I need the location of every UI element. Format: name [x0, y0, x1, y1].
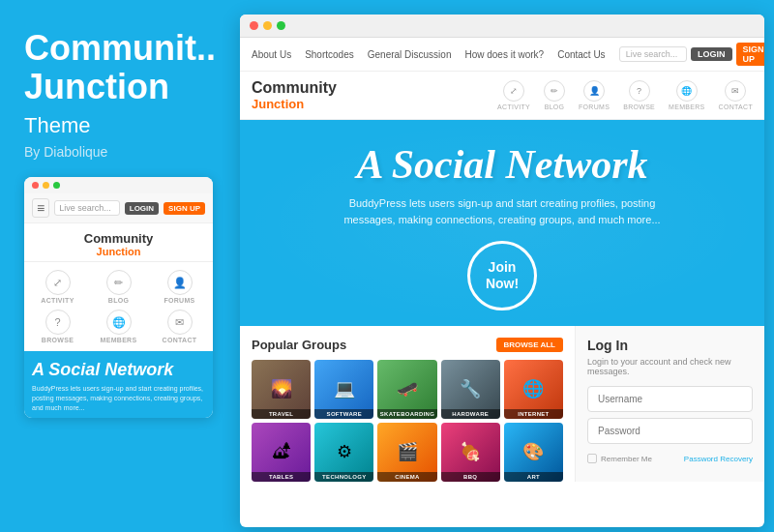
- join-now-text: JoinNow!: [486, 259, 519, 292]
- group-thumb-technology[interactable]: ⚙ TECHNOLOGY: [314, 423, 373, 482]
- login-title: Log In: [587, 338, 753, 353]
- mobile-top-bar: [24, 177, 213, 193]
- group-thumb-travel[interactable]: 🌄 TRAVEL: [252, 360, 311, 419]
- group-thumb-skateboarding[interactable]: 🛹 SKATEBOARDING: [377, 360, 436, 419]
- mobile-icon-label: ACTIVITY: [41, 297, 74, 304]
- header-icon-label: ACTIVITY: [497, 103, 530, 110]
- nav-general[interactable]: General Discussion: [368, 49, 452, 60]
- group-thumb-bbq[interactable]: 🍖 BBQ: [441, 423, 500, 482]
- group-thumb-internet[interactable]: 🌐 INTERNET: [504, 360, 563, 419]
- hero-section: A Social Network BuddyPress lets users s…: [240, 120, 764, 326]
- mobile-nav: ≡ Live search... LOGIN SIGN UP: [24, 193, 213, 223]
- mobile-icon-members: 🌐 MEMBERS: [91, 310, 146, 343]
- group-label: SOFTWARE: [314, 409, 373, 419]
- mobile-logo-sub: Junction: [24, 246, 213, 257]
- site-logo: Community Junction: [252, 79, 337, 111]
- site-nav-search: Live search... LOGIN SIGN UP: [619, 43, 764, 66]
- forums-icon: 👤: [167, 270, 193, 295]
- join-now-button[interactable]: JoinNow!: [467, 241, 537, 310]
- mobile-icon-contact: ✉ CONTACT: [152, 310, 207, 343]
- hero-title: A Social Network: [259, 141, 745, 188]
- site-search-input[interactable]: Live search...: [619, 46, 687, 62]
- nav-how[interactable]: How does it work?: [464, 49, 544, 60]
- mobile-dot-red: [32, 182, 39, 189]
- mobile-hero: A Social Network BuddyPress lets users s…: [24, 351, 213, 418]
- nav-about[interactable]: About Us: [252, 49, 291, 60]
- bottom-section: Popular Groups BROWSE ALL 🌄 TRAVEL 💻 SOF…: [240, 326, 764, 482]
- header-icon-members: 🌐 MEMBERS: [669, 80, 705, 110]
- mobile-hero-title: A Social Network: [32, 361, 205, 380]
- group-label: TRAVEL: [252, 409, 311, 419]
- header-icon-browse: ? BROWSE: [623, 80, 655, 110]
- section-header: Popular Groups BROWSE ALL: [252, 338, 563, 352]
- site-signup-button[interactable]: SIGN UP: [736, 43, 764, 66]
- mobile-login-button[interactable]: LOGIN: [125, 202, 159, 215]
- mobile-dot-green: [53, 182, 60, 189]
- password-input[interactable]: [587, 418, 753, 444]
- login-section: Log In Login to your account and check n…: [576, 326, 764, 482]
- group-label: CINEMA: [377, 472, 436, 482]
- mobile-icon-activity: ⤢ ACTIVITY: [30, 270, 85, 304]
- header-icon-blog: ✏ BLOG: [544, 80, 565, 110]
- group-label: TECHNOLOGY: [314, 472, 373, 482]
- popular-groups: Popular Groups BROWSE ALL 🌄 TRAVEL 💻 SOF…: [240, 326, 576, 482]
- browser-dot-red: [250, 21, 258, 30]
- group-thumb-cinema[interactable]: 🎬 CINEMA: [377, 423, 436, 482]
- nav-shortcodes[interactable]: Shortcodes: [305, 49, 354, 60]
- site-login-button[interactable]: LOGIN: [691, 47, 732, 61]
- browse-all-button[interactable]: BROWSE ALL: [496, 338, 563, 352]
- group-label: INTERNET: [504, 409, 563, 419]
- header-icons: ⤢ ACTIVITY ✏ BLOG 👤 FORUMS ? BROWSE 🌐 ME…: [497, 80, 753, 110]
- activity-icon: ⤢: [45, 270, 71, 295]
- mobile-mockup: ≡ Live search... LOGIN SIGN UP Community…: [24, 177, 213, 418]
- nav-contact[interactable]: Contact Us: [557, 49, 605, 60]
- browser-dot-yellow: [263, 21, 272, 30]
- group-thumb-hardware[interactable]: 🔧 HARDWARE: [441, 360, 500, 419]
- section-title: Popular Groups: [252, 338, 346, 352]
- browser-top-bar: [240, 15, 764, 38]
- group-thumb-tables[interactable]: 🏕 TABLES: [252, 423, 311, 482]
- header-icon-forums: 👤 FORUMS: [579, 80, 610, 110]
- mobile-icon-label: CONTACT: [163, 337, 197, 343]
- theme-title: Communit.. Junction: [24, 29, 213, 105]
- by-label: By Diabolique: [24, 144, 213, 160]
- mobile-signup-button[interactable]: SIGN UP: [164, 202, 205, 215]
- members-icon: 🌐: [676, 80, 698, 102]
- remember-checkbox[interactable]: [587, 454, 597, 463]
- header-icon-label: CONTACT: [719, 103, 753, 110]
- group-label: ART: [504, 472, 563, 482]
- mobile-icons-grid: ⤢ ACTIVITY ✏ BLOG 👤 FORUMS ? BROWSE 🌐 ME…: [24, 262, 213, 351]
- mobile-hamburger-icon: ≡: [32, 198, 49, 218]
- contact-icon: ✉: [725, 80, 746, 102]
- forums-icon: 👤: [583, 80, 605, 102]
- site-logo-main: Community: [252, 79, 337, 97]
- mobile-icon-label: MEMBERS: [101, 337, 137, 343]
- blog-icon: ✏: [106, 270, 132, 295]
- header-icon-label: FORUMS: [579, 103, 610, 110]
- login-subtitle: Login to your account and check new mess…: [587, 357, 753, 376]
- mobile-icon-label: BROWSE: [42, 337, 74, 343]
- contact-icon: ✉: [167, 310, 193, 335]
- group-label: TABLES: [252, 472, 311, 482]
- password-recovery-link[interactable]: Password Recovery: [684, 455, 753, 463]
- mobile-icon-browse: ? BROWSE: [30, 310, 85, 343]
- mobile-icon-blog: ✏ BLOG: [91, 270, 146, 304]
- group-thumb-art[interactable]: 🎨 ART: [504, 423, 563, 482]
- hero-subtitle: BuddyPress lets users sign-up and start …: [338, 195, 667, 227]
- groups-grid: 🌄 TRAVEL 💻 SOFTWARE 🛹 SKATEBOARDING 🔧 HA…: [252, 360, 563, 482]
- site-logo-sub: Junction: [252, 97, 337, 111]
- browser-mockup: About Us Shortcodes General Discussion H…: [240, 15, 764, 527]
- group-thumb-software[interactable]: 💻 SOFTWARE: [314, 360, 373, 419]
- blog-icon: ✏: [544, 80, 565, 102]
- activity-icon: ⤢: [503, 80, 524, 102]
- header-icon-contact: ✉ CONTACT: [719, 80, 753, 110]
- mobile-hero-text: BuddyPress lets users sign-up and start …: [32, 384, 205, 412]
- browser-dot-green: [277, 21, 285, 30]
- header-icon-label: MEMBERS: [669, 103, 705, 110]
- header-icon-label: BROWSE: [623, 103, 655, 110]
- login-footer: Remember Me Password Recovery: [587, 454, 753, 463]
- mobile-dot-yellow: [43, 182, 49, 189]
- mobile-logo-main: Community: [24, 231, 213, 246]
- browse-icon: ?: [45, 310, 71, 335]
- username-input[interactable]: [587, 386, 753, 412]
